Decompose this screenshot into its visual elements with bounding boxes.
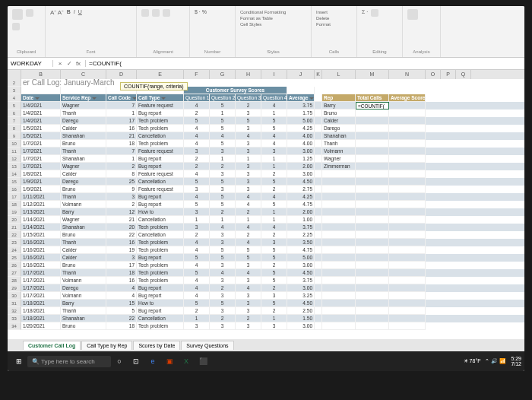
copy-icon[interactable] bbox=[12, 23, 20, 30]
app-icon[interactable]: ⬛ bbox=[196, 354, 210, 368]
active-cell[interactable]: =COUNTIF( bbox=[356, 102, 389, 110]
sheet-tab[interactable]: Survey Questions bbox=[181, 341, 233, 350]
col-header[interactable]: Q bbox=[456, 70, 471, 79]
hdr-q4[interactable]: Question 4 bbox=[261, 94, 287, 102]
table-row[interactable]: 22 1/15/2021 Bruno 22 Cancellation 2 3 2… bbox=[8, 231, 524, 239]
paste-icon[interactable] bbox=[12, 9, 23, 20]
col-header[interactable]: D bbox=[106, 70, 137, 79]
cortana-icon[interactable]: ○ bbox=[112, 354, 126, 368]
table-row[interactable]: 23 1/16/2021 Thanh 16 Tech problem 4 3 4… bbox=[8, 239, 524, 246]
table-row[interactable]: 27 1/17/2021 Thanh 18 Tech problem 5 4 4… bbox=[8, 269, 524, 277]
conditional-formatting-button[interactable]: Conditional Formatting bbox=[240, 9, 306, 15]
hdr-avg[interactable]: Average bbox=[287, 94, 315, 102]
system-tray[interactable]: ☀ 78°F ⌃ 🔊 📶 5:297/12 bbox=[464, 356, 521, 367]
ribbon-group-alignment: Alignment bbox=[141, 49, 185, 54]
cell-styles-button[interactable]: Cell Styles bbox=[240, 21, 306, 27]
hdr-q1[interactable]: Question 1 bbox=[184, 94, 210, 102]
side-rep: Volmann bbox=[322, 148, 356, 155]
table-row[interactable]: 16 1/9/2021 Bruno 9 Feature request 3 3 … bbox=[8, 186, 524, 193]
office-icon[interactable]: ▣ bbox=[163, 354, 176, 368]
col-header[interactable]: P bbox=[441, 70, 456, 79]
table-row[interactable]: 6 1/4/2021 Thanh 1 Bug report 2 1 3 1 1.… bbox=[8, 110, 524, 117]
col-header[interactable]: J bbox=[287, 70, 315, 79]
hdr-q2[interactable]: Question 2 bbox=[210, 94, 236, 102]
taskbar-search[interactable]: 🔍 Type here to search bbox=[27, 356, 111, 367]
col-header[interactable]: G bbox=[210, 70, 236, 79]
filter-dropdown-icon[interactable] bbox=[92, 97, 97, 100]
table-row[interactable]: 18 1/12/2021 Volmann 2 Bug report 5 5 4 … bbox=[8, 201, 524, 208]
start-button[interactable]: ⊞ bbox=[12, 354, 26, 368]
side-rep: Calder bbox=[322, 117, 356, 125]
weather-widget[interactable]: ☀ 78°F bbox=[464, 358, 481, 364]
worksheet[interactable]: B C D E F G H I J K L M N O P Q 2 er Cal… bbox=[8, 70, 524, 344]
table-row[interactable]: 9 1/5/2021 Shanahan 21 Cancellation 4 4 … bbox=[8, 132, 524, 140]
tray-icons[interactable]: ⌃ 🔊 📶 bbox=[485, 358, 506, 364]
col-header[interactable]: I bbox=[261, 70, 287, 79]
filter-dropdown-icon[interactable] bbox=[35, 97, 40, 100]
hdr-type[interactable]: Call Type bbox=[137, 94, 184, 102]
formula-input[interactable]: =COUNTIF( bbox=[86, 60, 524, 67]
sheet-tab[interactable]: Customer Call Log bbox=[23, 341, 81, 350]
col-header[interactable]: O bbox=[426, 70, 441, 79]
col-header[interactable]: C bbox=[61, 70, 106, 79]
table-row[interactable]: 19 1/13/2021 Barry 12 How to 3 2 2 1 2.0… bbox=[8, 208, 524, 216]
table-row[interactable]: 30 1/17/2021 Volmann 4 Bug report 4 3 3 … bbox=[8, 292, 524, 300]
table-row[interactable]: 20 1/14/2021 Wagner 21 Cancellation 1 1 … bbox=[8, 216, 524, 224]
table-row[interactable]: 11 1/7/2021 Thanh 7 Feature request 3 3 … bbox=[8, 148, 524, 155]
hdr-code[interactable]: Call Code bbox=[106, 94, 137, 102]
col-header[interactable]: F bbox=[184, 70, 210, 79]
table-row[interactable]: 34 1/20/2021 Bruno 18 Tech problem 3 3 3… bbox=[8, 322, 524, 330]
sheet-tab[interactable]: Call Type by Rep bbox=[81, 341, 132, 350]
sheet-tabs: Customer Call Log Call Type by Rep Score… bbox=[8, 339, 524, 351]
name-box[interactable]: WORKDAY bbox=[8, 60, 53, 67]
cancel-formula-icon[interactable]: × bbox=[56, 60, 64, 67]
table-row[interactable]: 28 1/17/2021 Volmann 16 Tech problem 4 3… bbox=[8, 277, 524, 284]
hdr-side-total: Total Calls bbox=[356, 94, 389, 102]
table-row[interactable]: 26 1/16/2021 Bruno 17 Tech problem 4 3 3… bbox=[8, 262, 524, 269]
col-header[interactable]: E bbox=[137, 70, 184, 79]
hdr-q3[interactable]: Question 3 bbox=[236, 94, 261, 102]
table-row[interactable]: 32 1/18/2021 Thanh 5 Bug report 2 3 3 2 … bbox=[8, 307, 524, 315]
cut-icon[interactable] bbox=[26, 9, 33, 17]
column-headers[interactable]: B C D E F G H I J K L M N O P Q bbox=[8, 70, 524, 79]
filter-dropdown-icon[interactable] bbox=[161, 97, 166, 100]
table-row[interactable]: 17 1/11/2021 Thanh 3 Bug report 4 5 4 4 … bbox=[8, 193, 524, 201]
col-header[interactable]: L bbox=[322, 70, 356, 79]
fx-icon[interactable]: fx bbox=[74, 60, 82, 67]
delete-button[interactable]: Delete bbox=[316, 15, 352, 21]
table-row[interactable]: 5 1/4/2021 Wagner 7 Feature request 4 5 … bbox=[8, 102, 524, 110]
task-view-icon[interactable]: ⊡ bbox=[129, 354, 143, 368]
table-row[interactable]: 8 1/5/2021 Calder 16 Tech problem 4 5 3 … bbox=[8, 125, 524, 132]
col-header[interactable]: N bbox=[389, 70, 426, 79]
format-as-table-button[interactable]: Format as Table bbox=[240, 15, 306, 21]
side-rep: Wagner bbox=[322, 155, 356, 163]
table-row[interactable]: 13 1/7/2021 Wagner 2 Bug report 2 2 3 1 … bbox=[8, 163, 524, 170]
table-row[interactable]: 25 1/16/2021 Calder 3 Bug report 5 5 5 5… bbox=[8, 254, 524, 262]
table-row[interactable]: 33 1/18/2021 Shanahan 22 Cancellation 1 … bbox=[8, 315, 524, 322]
table-row[interactable]: 24 1/16/2021 Calder 19 Tech problem 4 5 … bbox=[8, 246, 524, 254]
table-row[interactable]: 12 1/7/2021 Shanahan 1 Bug report 2 1 1 … bbox=[8, 155, 524, 163]
side-rep: Bruno bbox=[322, 110, 356, 117]
table-row[interactable]: 14 1/8/2021 Calder 8 Feature request 4 3… bbox=[8, 170, 524, 178]
col-header[interactable]: K bbox=[315, 70, 322, 79]
clock[interactable]: 5:297/12 bbox=[511, 356, 521, 367]
col-header[interactable]: H bbox=[236, 70, 261, 79]
table-row[interactable]: 29 1/17/2021 Darego 4 Bug report 4 2 4 2… bbox=[8, 284, 524, 292]
edge-icon[interactable]: e bbox=[146, 354, 160, 368]
col-header[interactable]: M bbox=[356, 70, 389, 79]
ribbon-group-clipboard: Clipboard bbox=[12, 49, 40, 54]
enter-formula-icon[interactable]: ✓ bbox=[65, 60, 73, 67]
hdr-rep[interactable]: Service Rep bbox=[61, 94, 106, 102]
table-row[interactable]: 15 1/9/2021 Darego 25 Cancellation 5 5 3… bbox=[8, 178, 524, 186]
formula-tooltip: COUNTIF(range, criteria) bbox=[120, 82, 188, 90]
insert-button[interactable]: Insert bbox=[316, 9, 352, 15]
table-row[interactable]: 31 1/18/2021 Barry 15 How to 5 5 3 5 4.5… bbox=[8, 300, 524, 307]
format-button[interactable]: Format bbox=[316, 21, 352, 27]
col-header[interactable]: B bbox=[21, 70, 61, 79]
table-row[interactable]: 7 1/4/2021 Darego 17 Tech problem 5 5 5 … bbox=[8, 117, 524, 125]
table-row[interactable]: 10 1/7/2021 Bruno 18 Tech problem 4 5 3 … bbox=[8, 140, 524, 148]
sheet-tab[interactable]: Scores by Date bbox=[133, 341, 180, 350]
table-row[interactable]: 21 1/14/2021 Shanahan 20 Tech problem 3 … bbox=[8, 224, 524, 231]
hdr-date[interactable]: Date bbox=[21, 94, 61, 102]
excel-icon[interactable]: X bbox=[179, 354, 193, 368]
